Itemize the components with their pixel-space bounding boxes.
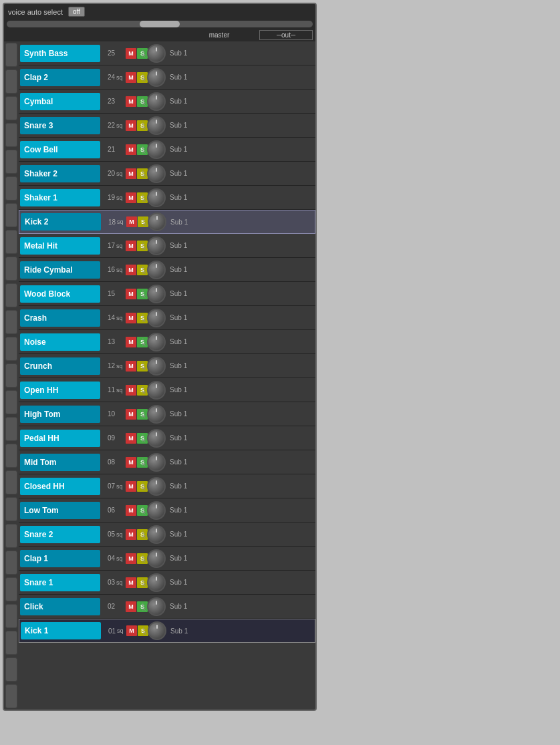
volume-knob[interactable] [147,501,166,520]
volume-knob[interactable] [147,237,166,255]
side-button-19[interactable] [5,551,17,575]
track-name[interactable]: Crunch [20,357,100,375]
track-name[interactable]: Snare 1 [20,574,100,591]
track-name[interactable]: Clap 2 [20,69,100,86]
side-button-1[interactable] [5,69,17,94]
side-button-4[interactable] [5,150,17,174]
scrollbar-thumb[interactable] [140,21,180,27]
mute-button[interactable]: M [126,505,136,516]
side-button-21[interactable] [5,604,17,628]
side-button-16[interactable] [5,470,17,494]
track-row[interactable]: Metal Hit17sqMSLRSub 1 [19,234,315,258]
volume-knob[interactable] [147,477,166,496]
track-name[interactable]: Low Tom [20,502,100,519]
mute-button[interactable]: M [126,216,137,227]
track-row[interactable]: Crunch12sqMSLRSub 1 [19,354,315,378]
mute-button[interactable]: M [126,265,136,275]
track-row[interactable]: Snare 103sqMSLRSub 1 [19,571,315,595]
side-button-15[interactable] [5,444,17,468]
side-button-14[interactable] [5,417,17,441]
track-name[interactable]: Open HH [20,382,100,399]
volume-knob[interactable] [147,140,166,159]
track-row[interactable]: Kick 101sqMSLRSub 1 [19,619,315,643]
side-button-9[interactable] [5,283,17,307]
side-button-12[interactable] [5,363,17,388]
track-row[interactable]: Ride Cymbal16sqMSLRSub 1 [19,258,315,282]
volume-knob[interactable] [147,188,166,207]
track-row[interactable]: Snare 322sqMSLRSub 1 [19,114,315,138]
track-name[interactable]: Noise [20,333,100,351]
side-button-20[interactable] [5,577,17,601]
track-name[interactable]: Ride Cymbal [20,261,100,279]
mute-button[interactable]: M [126,96,136,107]
track-name[interactable]: Closed HH [20,478,100,495]
volume-knob[interactable] [147,429,166,448]
side-button-11[interactable] [5,337,17,361]
volume-knob[interactable] [147,453,166,472]
track-name[interactable]: Wood Block [20,285,100,303]
mute-button[interactable]: M [126,72,136,83]
track-name[interactable]: Pedal HH [20,430,100,447]
volume-knob[interactable] [147,309,166,327]
side-button-5[interactable] [5,176,17,200]
side-button-0[interactable] [5,43,17,67]
volume-knob[interactable] [147,92,166,111]
track-row[interactable]: Shaker 220sqMSLRSub 1 [19,162,315,186]
side-button-17[interactable] [5,497,17,521]
volume-knob[interactable] [147,116,166,135]
mute-button[interactable]: M [126,577,136,588]
mute-button[interactable]: M [126,433,136,444]
volume-knob[interactable] [147,44,166,63]
volume-knob[interactable] [147,525,166,544]
side-button-8[interactable] [5,257,17,281]
track-name[interactable]: Crash [20,309,100,327]
track-name[interactable]: Shaker 1 [20,189,100,206]
side-button-22[interactable] [5,631,17,655]
volume-knob[interactable] [147,261,166,279]
side-button-7[interactable] [5,230,17,254]
volume-knob[interactable] [148,621,166,640]
side-button-6[interactable] [5,203,17,227]
track-row[interactable]: Clap 104sqMSLRSub 1 [19,547,315,571]
track-row[interactable]: Noise13MSLRSub 1 [19,330,315,354]
track-name[interactable]: Synth Bass [20,45,100,62]
track-row[interactable]: Low Tom06MSLRSub 1 [19,498,315,523]
track-name[interactable]: Mid Tom [20,454,100,471]
volume-knob[interactable] [147,333,166,351]
track-row[interactable]: Click02MSLRSub 1 [19,595,315,619]
track-name[interactable]: Clap 1 [20,550,100,567]
mute-button[interactable]: M [126,409,136,420]
volume-knob[interactable] [147,164,166,183]
volume-knob[interactable] [147,68,166,87]
side-button-13[interactable] [5,390,17,414]
track-name[interactable]: Kick 2 [21,213,101,231]
volume-knob[interactable] [147,573,166,592]
mute-button[interactable]: M [126,168,136,179]
mute-button[interactable]: M [126,529,136,540]
track-row[interactable]: Clap 224sqMSLRSub 1 [19,65,315,90]
mute-button[interactable]: M [126,192,136,203]
side-button-23[interactable] [5,657,17,682]
mute-button[interactable]: M [126,313,136,323]
track-row[interactable]: Crash14sqMSLRSub 1 [19,306,315,330]
mute-button[interactable]: M [126,337,136,347]
track-name[interactable]: Kick 1 [21,622,101,639]
track-row[interactable]: Cymbal23MSLRSub 1 [19,90,315,114]
track-row[interactable]: Shaker 119sqMSLRSub 1 [19,186,315,210]
mute-button[interactable]: M [126,481,136,492]
volume-knob[interactable] [147,549,166,568]
track-name[interactable]: Metal Hit [20,237,100,255]
volume-knob[interactable] [147,285,166,303]
volume-knob[interactable] [147,597,166,616]
track-row[interactable]: Synth Bass25MSLRSub 1 [19,41,315,65]
mute-button[interactable]: M [126,553,136,564]
side-button-3[interactable] [5,123,17,147]
track-row[interactable]: Closed HH07sqMSLRSub 1 [19,474,315,498]
side-button-2[interactable] [5,96,17,120]
track-name[interactable]: Snare 3 [20,117,100,134]
track-name[interactable]: Shaker 2 [20,165,100,182]
mute-button[interactable]: M [126,241,136,251]
mute-button[interactable]: M [126,601,136,612]
track-row[interactable]: Wood Block15MSLRSub 1 [19,282,315,306]
volume-knob[interactable] [147,405,166,424]
